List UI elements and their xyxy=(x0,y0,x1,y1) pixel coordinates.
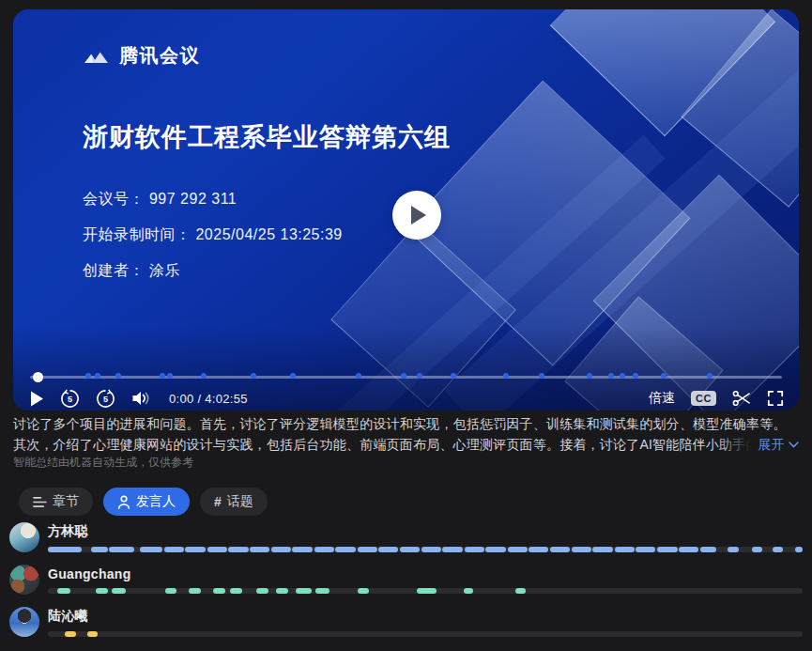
avatar[interactable] xyxy=(9,565,39,595)
speech-segment[interactable] xyxy=(109,547,134,552)
scissors-icon xyxy=(732,390,751,407)
play-button[interactable] xyxy=(30,391,44,407)
speaker-timeline[interactable] xyxy=(48,631,803,637)
speech-segment[interactable] xyxy=(700,547,716,552)
speech-segment[interactable] xyxy=(421,547,441,552)
chevron-down-icon xyxy=(789,442,799,448)
speech-segment[interactable] xyxy=(250,547,269,552)
chapter-marker[interactable] xyxy=(95,373,100,379)
speech-segment[interactable] xyxy=(636,547,655,552)
speech-segment[interactable] xyxy=(358,588,370,594)
meeting-number-label: 会议号： xyxy=(83,191,145,207)
chapter-marker[interactable] xyxy=(201,373,207,379)
captions-button[interactable]: CC xyxy=(691,391,716,406)
speech-segment[interactable] xyxy=(442,547,463,552)
speech-segment[interactable] xyxy=(335,547,356,552)
speaker-timeline[interactable] xyxy=(48,547,803,552)
speech-segment[interactable] xyxy=(65,631,75,637)
hash-icon: # xyxy=(214,494,222,509)
speech-segment[interactable] xyxy=(592,547,613,552)
speech-segment[interactable] xyxy=(657,547,678,552)
speech-segment[interactable] xyxy=(292,547,313,552)
speech-segment[interactable] xyxy=(485,547,506,552)
chapter-marker[interactable] xyxy=(661,373,666,379)
speaker-row[interactable]: 方林聪 xyxy=(9,522,803,552)
forward-5s-button[interactable]: 5 xyxy=(96,389,115,409)
chapter-marker[interactable] xyxy=(417,373,422,379)
speech-segment[interactable] xyxy=(728,547,740,552)
speech-segment[interactable] xyxy=(164,547,184,552)
tab-chapters[interactable]: 章节 xyxy=(19,488,93,516)
chapter-marker[interactable] xyxy=(620,373,625,379)
speech-segment[interactable] xyxy=(465,547,484,552)
speech-segment[interactable] xyxy=(228,547,249,552)
avatar[interactable] xyxy=(9,522,39,552)
meeting-number-row: 会议号： 997 292 311 xyxy=(83,190,237,209)
speech-segment[interactable] xyxy=(96,588,108,594)
chapter-marker[interactable] xyxy=(160,373,165,379)
chapter-marker[interactable] xyxy=(707,373,712,379)
speaker-timeline[interactable] xyxy=(48,588,803,594)
speech-segment[interactable] xyxy=(400,547,421,552)
speech-segment[interactable] xyxy=(515,588,526,594)
record-time-label: 开始录制时间： xyxy=(83,226,192,242)
speech-segment[interactable] xyxy=(140,547,162,552)
speech-segment[interactable] xyxy=(615,547,635,552)
speech-segment[interactable] xyxy=(276,588,289,594)
volume-button[interactable] xyxy=(131,390,150,407)
speech-segment[interactable] xyxy=(315,588,329,594)
speech-segment[interactable] xyxy=(189,588,202,594)
playhead[interactable] xyxy=(33,372,43,382)
playback-speed-button[interactable]: 倍速 xyxy=(649,390,675,407)
speech-segment[interactable] xyxy=(91,547,108,552)
speech-segment[interactable] xyxy=(417,588,437,594)
speech-segment[interactable] xyxy=(296,588,312,594)
tab-topics[interactable]: # 话题 xyxy=(200,488,268,516)
speech-segment[interactable] xyxy=(464,588,473,594)
speech-segment[interactable] xyxy=(529,547,548,552)
speech-segment[interactable] xyxy=(256,588,268,594)
speech-segment[interactable] xyxy=(679,547,698,552)
speech-segment[interactable] xyxy=(230,588,243,594)
speech-segment[interactable] xyxy=(358,547,377,552)
creator-label: 创建者： xyxy=(83,262,145,278)
ai-summary-text: 讨论了多个项目的进展和问题。首先，讨论了评分逻辑模型的设计和实现，包括惩罚因子、… xyxy=(13,413,799,455)
speech-segment[interactable] xyxy=(752,547,761,552)
speech-segment[interactable] xyxy=(314,547,334,552)
speech-segment[interactable] xyxy=(271,547,291,552)
speech-segment[interactable] xyxy=(48,547,82,552)
creator-row: 创建者： 涂乐 xyxy=(83,261,180,281)
clip-button[interactable] xyxy=(732,390,751,407)
fullscreen-button[interactable] xyxy=(767,390,784,407)
rewind-5s-button[interactable]: 5 xyxy=(60,389,80,409)
speech-segment[interactable] xyxy=(57,588,70,594)
speaker-row[interactable]: 陆沁曦 xyxy=(9,607,803,637)
avatar[interactable] xyxy=(9,607,39,637)
speech-segment[interactable] xyxy=(213,588,225,594)
speech-segment[interactable] xyxy=(185,547,206,552)
speech-segment[interactable] xyxy=(795,547,803,552)
speech-segment[interactable] xyxy=(165,588,176,594)
time-display: 0:00 / 4:02:55 xyxy=(169,392,248,406)
speech-segment[interactable] xyxy=(773,547,783,552)
speech-segment[interactable] xyxy=(207,547,227,552)
speech-segment[interactable] xyxy=(87,631,98,637)
progress-bar[interactable] xyxy=(30,371,782,383)
player-controls: 5 5 0:00 / 4:02:55 倍速 xyxy=(30,386,784,411)
speech-segment[interactable] xyxy=(112,588,125,594)
expand-summary-button[interactable]: 展开 xyxy=(715,434,799,455)
record-time-value: 2025/04/25 13:25:39 xyxy=(195,226,342,242)
speech-segment[interactable] xyxy=(572,547,591,552)
video-player[interactable]: 腾讯会议 浙财软件工程系毕业答辩第六组 会议号： 997 292 311 开始录… xyxy=(13,9,799,411)
speech-segment[interactable] xyxy=(508,547,528,552)
chapter-marker[interactable] xyxy=(401,373,406,379)
speaker-name: 方林聪 xyxy=(48,523,803,540)
tab-speakers[interactable]: 发言人 xyxy=(103,488,190,516)
chapter-marker[interactable] xyxy=(608,373,614,379)
chapter-marker[interactable] xyxy=(290,373,296,379)
view-tabs: 章节 发言人 # 话题 xyxy=(19,488,268,516)
speech-segment[interactable] xyxy=(550,547,571,552)
speech-segment[interactable] xyxy=(378,547,398,552)
big-play-button[interactable] xyxy=(392,191,441,240)
speaker-row[interactable]: Guangchang xyxy=(9,565,803,595)
